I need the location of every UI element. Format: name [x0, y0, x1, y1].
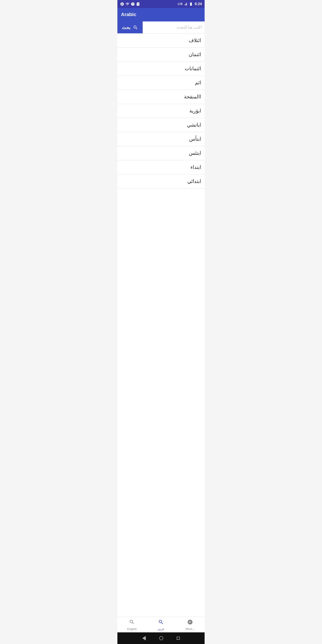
list-item[interactable]: االمنفحة [118, 90, 204, 104]
arabic-search-icon [158, 619, 164, 625]
nav-item-more[interactable]: More... [176, 617, 204, 632]
search-bar: بحث [118, 22, 204, 34]
nav-label-0: English [127, 627, 137, 630]
list-item[interactable]: ائتمان [118, 48, 204, 62]
back-button[interactable] [142, 636, 146, 640]
sim-icon [136, 2, 140, 6]
english-search-icon [129, 619, 135, 625]
list-item[interactable]: ائتلاف [118, 34, 204, 48]
battery-icon [188, 2, 194, 6]
nav-label-1: عربي [158, 627, 164, 630]
word-list: ائتلافائتمانائتماناتائماالمنفحةابؤريةابا… [118, 34, 204, 617]
nav-icon-1 [158, 619, 164, 626]
search-button-label: بحث [122, 25, 130, 30]
home-icon [159, 636, 163, 640]
nav-icon-2 [187, 619, 193, 626]
nav-item-english[interactable]: English [118, 617, 146, 632]
system-nav [118, 632, 204, 644]
more-icon [187, 619, 193, 625]
help-icon [131, 2, 135, 6]
nav-label-2: More... [186, 627, 194, 630]
search-icon [133, 25, 138, 30]
list-item[interactable]: ابؤرية [118, 104, 204, 118]
status-bar: LTE 6:24 [118, 0, 204, 8]
nav-item-[interactable]: عربي [146, 617, 176, 632]
app-header: Arabic [118, 8, 204, 22]
home-button[interactable] [159, 636, 163, 640]
list-item[interactable]: اباتشي [118, 118, 204, 132]
signal-icon [184, 2, 188, 6]
recent-icon [177, 636, 180, 640]
gear-icon [120, 2, 124, 6]
status-bar-right: LTE 6:24 [178, 2, 202, 6]
list-item[interactable]: ابتئس [118, 146, 204, 160]
list-item[interactable]: ائم [118, 76, 204, 90]
bottom-nav: English عربي More... [118, 617, 204, 632]
status-bar-left [120, 2, 140, 6]
wifi-icon [126, 2, 130, 6]
nav-icon-0 [129, 619, 135, 626]
list-item[interactable]: ابتأس [118, 132, 204, 146]
search-button[interactable]: بحث [118, 22, 143, 33]
search-input[interactable] [143, 22, 204, 33]
recent-button[interactable] [177, 636, 180, 640]
list-item[interactable]: ابتداء [118, 160, 204, 174]
time-display: 6:24 [195, 2, 202, 6]
list-item[interactable]: ابتدائي [118, 174, 204, 188]
list-item[interactable]: ائتمانات [118, 62, 204, 76]
network-label: LTE [178, 2, 183, 6]
back-icon [142, 636, 146, 640]
app-title: Arabic [121, 12, 136, 17]
